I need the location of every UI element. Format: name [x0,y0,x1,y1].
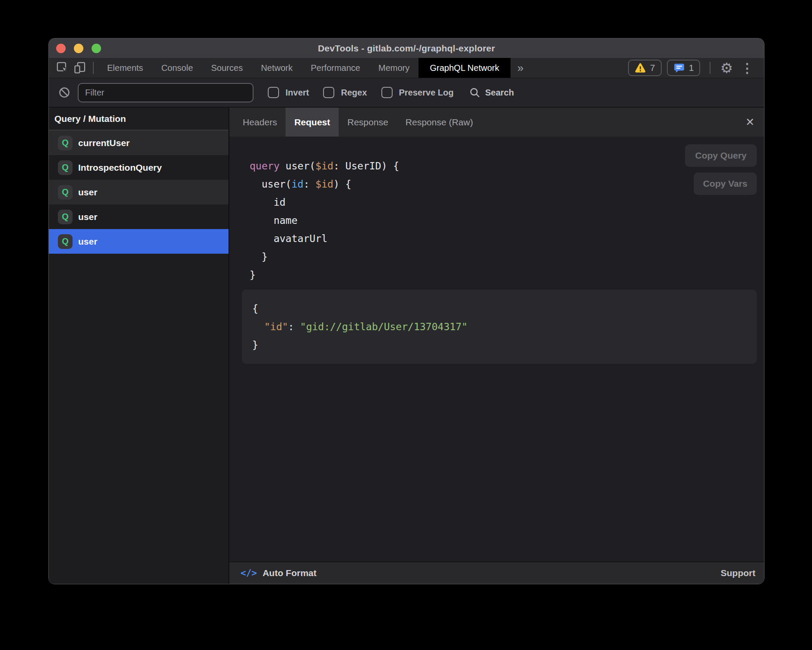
graphql-query-code: query user($id: UserID) { user(id: $id) … [229,137,764,284]
panel-tab-headers[interactable]: Headers [234,108,285,137]
code-token: { [252,303,258,314]
checkbox-group-invert[interactable]: Invert [268,87,309,98]
panel-tabs: HeadersRequestResponseResponse (Raw) ✕ [229,108,764,137]
sidebar-item-label: currentUser [78,138,130,148]
block-clear-icon[interactable] [58,86,70,99]
code-line: { [252,300,746,318]
auto-format-button[interactable]: Auto Format [263,568,317,578]
devtools-tab-memory[interactable]: Memory [369,58,419,78]
request-detail-panel: HeadersRequestResponseResponse (Raw) ✕ C… [229,108,764,584]
sidebar-item-label: user [78,212,97,222]
panel-tab-response[interactable]: Response [339,108,397,137]
code-token: $id [315,160,333,172]
code-token: $id [315,178,333,190]
more-tabs-icon[interactable]: » [511,58,530,78]
request-body: Copy Query Copy Vars query user($id: Use… [229,137,764,584]
badge-divider [710,62,710,74]
sidebar-item-introspectionquery[interactable]: QIntrospectionQuery [49,155,228,180]
code-line: } [250,248,764,266]
checkbox-group-preserve-log[interactable]: Preserve Log [381,87,454,98]
query-type-badge: Q [58,160,73,175]
devtools-tab-sources[interactable]: Sources [202,58,252,78]
code-token: id [250,197,285,208]
code-token: avatarUrl [250,233,327,244]
code-token: user( [279,160,315,172]
sidebar-item-label: user [78,187,97,198]
code-token: } [250,269,256,280]
code-token [252,321,264,332]
query-type-badge: Q [58,210,73,224]
filter-checkboxes: InvertRegexPreserve Log [254,87,454,98]
code-token: id [292,178,304,190]
preserve-log-checkbox-label: Preserve Log [399,88,454,98]
zoom-window-button[interactable] [92,44,101,53]
messages-badge[interactable]: 1 [667,60,701,76]
query-sidebar: Query / Mutation QcurrentUserQIntrospect… [49,108,228,584]
invert-checkbox[interactable] [268,87,279,98]
query-type-badge: Q [58,234,73,249]
devtools-tabbar: ElementsConsoleSourcesNetworkPerformance… [49,58,764,78]
copy-query-button[interactable]: Copy Query [685,144,757,167]
sidebar-item-label: IntrospectionQuery [78,162,162,173]
checkbox-group-regex[interactable]: Regex [323,87,367,98]
search-icon [469,87,480,98]
sidebar-list: QcurrentUserQIntrospectionQueryQuserQuse… [49,131,228,254]
devtools-tab-network[interactable]: Network [252,58,301,78]
devtools-window: DevTools - gitlab.com/-/graphql-explorer… [48,38,764,584]
devtools-tab-graphql-network[interactable]: GraphQL Network [419,58,510,78]
code-token: "gid://gitlab/User/13704317" [300,321,468,332]
search-button[interactable]: Search [469,87,514,98]
graphql-variables-box: { "id": "gid://gitlab/User/13704317"} [242,290,757,364]
device-toolbar-icon[interactable] [71,58,89,78]
code-token: } [250,251,268,262]
panel-tab-response-raw[interactable]: Response (Raw) [397,108,482,137]
messages-count: 1 [689,63,694,73]
inspect-element-icon[interactable] [54,58,71,78]
titlebar: DevTools - gitlab.com/-/graphql-explorer [49,38,764,58]
search-label: Search [485,88,514,98]
support-link[interactable]: Support [721,568,755,578]
code-token: user( [250,178,292,190]
devtools-tab-performance[interactable]: Performance [302,58,370,78]
code-line: avatarUrl [250,229,764,248]
settings-gear-icon[interactable]: ⚙ [720,61,733,75]
devtools-tabs: ElementsConsoleSourcesNetworkPerformance… [98,58,511,78]
code-token: } [252,339,258,350]
sidebar-item-label: user [78,236,97,247]
code-token: query [250,160,279,172]
code-token: "id" [264,321,288,332]
content-area: Query / Mutation QcurrentUserQIntrospect… [49,108,764,584]
window-title: DevTools - gitlab.com/-/graphql-explorer [318,43,495,54]
devtools-tab-console[interactable]: Console [152,58,202,78]
close-panel-icon[interactable]: ✕ [745,116,755,128]
code-token: : UserID) { [333,160,399,172]
code-brackets-icon: </> [241,568,257,578]
code-line: } [252,336,746,354]
sidebar-item-user[interactable]: Quser [49,204,228,229]
devtools-tab-elements[interactable]: Elements [98,58,152,78]
minimize-window-button[interactable] [74,44,83,53]
copy-vars-button[interactable]: Copy Vars [694,172,757,195]
sidebar-item-user[interactable]: Quser [49,180,228,204]
kebab-menu-icon[interactable]: ⋮ [738,61,756,76]
panel-tabs-list: HeadersRequestResponseResponse (Raw) [234,108,482,137]
query-type-badge: Q [58,136,73,150]
toolbar-divider [93,62,94,74]
warnings-count: 7 [650,63,655,73]
panel-tab-request[interactable]: Request [285,108,339,137]
sidebar-item-currentuser[interactable]: QcurrentUser [49,131,228,155]
preserve-log-checkbox[interactable] [381,87,393,98]
query-type-badge: Q [58,185,73,200]
close-window-button[interactable] [56,44,66,53]
regex-checkbox-label: Regex [341,88,367,98]
code-line: "id": "gid://gitlab/User/13704317" [252,318,746,336]
warnings-badge[interactable]: 7 [628,60,662,76]
invert-checkbox-label: Invert [285,88,309,98]
filter-bar: InvertRegexPreserve Log Search [49,78,764,108]
code-line: name [250,211,764,229]
traffic-lights [56,38,101,58]
regex-checkbox[interactable] [323,87,334,98]
filter-input[interactable] [78,83,254,102]
sidebar-item-user[interactable]: Quser [49,229,228,254]
sidebar-header: Query / Mutation [49,108,228,131]
